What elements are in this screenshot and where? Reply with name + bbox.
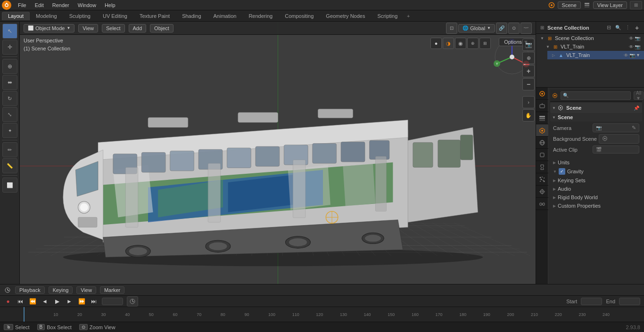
focus-btn[interactable]: ⊕ (522, 52, 535, 64)
gravity-checkbox[interactable]: ✓ (559, 168, 565, 175)
view-btn[interactable]: View (76, 286, 96, 294)
tab-compositing[interactable]: Compositing (279, 12, 320, 20)
material-icon[interactable]: ▼ (636, 53, 640, 58)
props-search-box[interactable]: 🔍 (561, 91, 631, 100)
tab-rendering[interactable]: Rendering (242, 12, 279, 20)
tool-cursor[interactable]: ⊕ (2, 59, 17, 74)
camera-view-btn[interactable]: 📷 (522, 39, 535, 51)
current-frame-input[interactable]: 1 (102, 298, 123, 305)
keying-sets-collapse-item[interactable]: ▶ Keying Sets (550, 176, 642, 185)
tab-animation[interactable]: Animation (207, 12, 243, 20)
view-layer-input[interactable]: View Layer (593, 1, 627, 9)
record-button[interactable]: ● (4, 297, 12, 306)
rigid-body-world-collapse-item[interactable]: ▶ Rigid Body World (550, 193, 642, 202)
outliner-vlt-train-collection[interactable]: ▼ ⊞ VLT_Train 👁 📷 (542, 42, 644, 51)
tool-rotate[interactable]: ↻ (2, 91, 17, 106)
tab-scripting[interactable]: Scripting (371, 12, 404, 20)
outliner-sort-icon[interactable]: ⋮ (623, 24, 632, 32)
play-btn[interactable]: ▶ (53, 297, 61, 306)
playback-btn[interactable]: Playback (15, 286, 45, 294)
tool-measure[interactable]: 📏 (2, 158, 17, 173)
scene-section-pin-icon[interactable]: 📌 (633, 104, 640, 112)
transform-space-selector[interactable]: 🌐 Global ▼ (458, 24, 495, 32)
viewport-shading-material[interactable]: ◑ (443, 38, 454, 49)
toolbar-extra-btn[interactable]: 〰 (520, 23, 532, 34)
timeline-ruler[interactable]: 10 20 30 40 50 60 70 80 90 100 110 120 1… (0, 307, 644, 322)
transform-pivot-btn[interactable]: ⊡ (446, 23, 457, 34)
prop-object-icon[interactable] (536, 149, 548, 161)
prop-view-layer-icon[interactable] (536, 112, 548, 124)
menu-window[interactable]: Window (74, 1, 100, 9)
props-filter-dropdown[interactable]: All ▼ (634, 91, 644, 100)
tab-geometry-nodes[interactable]: Geometry Nodes (320, 12, 371, 20)
vlt-view-icon[interactable]: 👁 (629, 44, 634, 49)
obj-render-icon[interactable]: 📷 (629, 53, 635, 58)
view-menu-btn[interactable]: View (78, 24, 98, 32)
scene-input[interactable]: Scene (558, 1, 581, 9)
outliner-vlt-train-object[interactable]: ▷ ▲ VLT_Train 👁 📷 ▼ (547, 51, 644, 59)
outliner-filter-icon[interactable]: ⊟ (604, 24, 613, 32)
vlt-render-icon[interactable]: 📷 (635, 44, 640, 49)
marker-btn[interactable]: Marker (100, 286, 124, 294)
menu-render[interactable]: Render (49, 1, 73, 9)
tool-select-cursor[interactable]: ↖ (2, 24, 17, 39)
camera-value-field[interactable]: 📷 ✎ (593, 123, 639, 132)
custom-properties-collapse-item[interactable]: ▶ Custom Properties (550, 202, 642, 210)
active-clip-value-field[interactable]: 🎬 (593, 146, 639, 154)
obj-view-icon[interactable]: 👁 (624, 53, 628, 58)
tab-uv-editing[interactable]: UV Editing (97, 12, 133, 20)
jump-to-prev-keyframe-btn[interactable]: ⏪ (28, 297, 37, 306)
tab-shading[interactable]: Shading (176, 12, 207, 20)
zoom-in-btn[interactable]: + (522, 65, 535, 77)
audio-collapse-item[interactable]: ▶ Audio (550, 185, 642, 193)
scene-subsection-header[interactable]: ▼ Scene (550, 113, 642, 121)
viewport-shading-rendered[interactable]: ◉ (455, 38, 466, 49)
prop-modifier-icon[interactable] (536, 161, 548, 173)
prop-scene-icon[interactable] (536, 124, 548, 137)
tab-layout[interactable]: Layout (2, 12, 30, 20)
viewport-shading-solid[interactable]: ● (430, 38, 442, 49)
prop-render-icon[interactable] (536, 88, 548, 100)
viewport-overlay-btn[interactable]: ⊕ (467, 38, 479, 49)
zoom-out-btn[interactable]: − (522, 78, 535, 90)
step-back-btn[interactable]: ◄ (41, 297, 49, 306)
tool-transform[interactable]: ✦ (2, 123, 17, 138)
menu-help[interactable]: Help (101, 1, 119, 9)
gravity-collapse-item[interactable]: ▼ ✓ Gravity (550, 167, 642, 176)
jump-to-start-btn[interactable]: ⏮ (16, 297, 25, 306)
hide-sidebar-btn[interactable]: › (522, 96, 535, 108)
object-mode-selector[interactable]: ⬜ Object Mode ▼ (24, 24, 74, 32)
tool-annotate[interactable]: ✏ (2, 142, 17, 157)
menu-file[interactable]: File (14, 1, 30, 9)
tool-add-cube[interactable]: ⬜ (2, 178, 17, 193)
select-menu-btn[interactable]: Select (102, 24, 125, 32)
viewport-canvas[interactable]: X Y Z (20, 22, 536, 284)
prop-constraints-icon[interactable] (536, 198, 548, 210)
object-menu-btn[interactable]: Object (150, 24, 173, 32)
add-workspace-tab-btn[interactable]: + (404, 11, 413, 21)
keying-btn[interactable]: Keying (49, 286, 73, 294)
step-forward-btn[interactable]: ► (65, 297, 74, 306)
menu-edit[interactable]: Edit (31, 1, 48, 9)
tool-move-obj[interactable]: ⬌ (2, 75, 17, 90)
camera-edit-icon[interactable]: ✎ (632, 125, 636, 131)
prop-particles-icon[interactable] (536, 173, 548, 186)
tab-texture-paint[interactable]: Texture Paint (133, 12, 176, 20)
jump-to-next-keyframe-btn[interactable]: ⏩ (77, 297, 86, 306)
units-collapse-item[interactable]: ▶ Units (550, 158, 642, 167)
tab-modeling[interactable]: Modeling (30, 12, 63, 20)
tab-sculpting[interactable]: Sculpting (63, 12, 97, 20)
tool-move[interactable]: ✛ (2, 40, 17, 55)
viewport-gizmo-btn[interactable]: ⊞ (479, 38, 491, 49)
render-visible-icon[interactable]: 📷 (635, 36, 640, 41)
tool-scale[interactable]: ⤡ (2, 107, 17, 122)
top-right-menu-btn[interactable]: ⊞ (630, 1, 642, 9)
frame-type-btn[interactable] (127, 296, 138, 307)
outliner-new-collection-icon[interactable]: + (633, 24, 641, 32)
snap-btn[interactable]: 🔗 (496, 23, 507, 34)
bg-scene-value-field[interactable] (599, 134, 639, 144)
view-visible-icon[interactable]: 👁 (629, 36, 634, 41)
scene-section-header[interactable]: ▼ Scene 📌 (550, 103, 642, 113)
prop-output-icon[interactable] (536, 100, 548, 112)
outliner-search-icon[interactable]: 🔍 (614, 24, 622, 32)
